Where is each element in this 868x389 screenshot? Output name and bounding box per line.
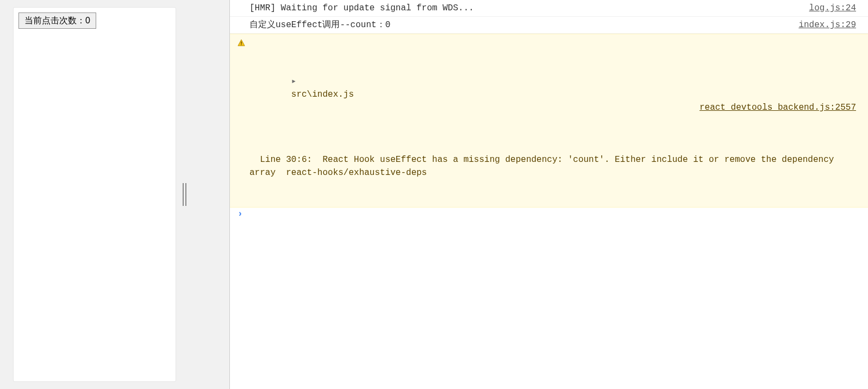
- console-row[interactable]: [HMR] Waiting for update signal from WDS…: [230, 0, 868, 17]
- chevron-right-icon: ›: [238, 209, 243, 219]
- console-source-link[interactable]: index.js:29: [798, 18, 856, 32]
- pane-splitter[interactable]: [182, 183, 187, 206]
- svg-rect-0: [241, 41, 241, 43]
- warning-message: Line 30:6: React Hook useEffect has a mi…: [249, 153, 856, 179]
- console-warning-row[interactable]: ▸ src\index.js react_devtools_backend.js…: [230, 34, 868, 208]
- console-message: [HMR] Waiting for update signal from WDS…: [249, 2, 798, 15]
- console-source-link[interactable]: log.js:24: [809, 2, 856, 15]
- devtools-console: [HMR] Waiting for update signal from WDS…: [229, 0, 868, 389]
- click-count-button[interactable]: 当前点击次数：0: [18, 12, 96, 29]
- console-input-row[interactable]: ›: [230, 208, 868, 221]
- console-input[interactable]: [248, 209, 856, 219]
- disclosure-triangle-icon[interactable]: ▸: [291, 77, 297, 86]
- page-preview-pane: 当前点击次数：0: [0, 0, 229, 389]
- warning-file: src\index.js: [291, 90, 354, 99]
- svg-rect-1: [241, 45, 241, 45]
- app-root-card: 当前点击次数：0: [13, 7, 176, 382]
- console-source-link[interactable]: react_devtools_backend.js:2557: [700, 101, 856, 114]
- console-message: 自定义useEffect调用--count：0: [249, 18, 788, 32]
- warning-icon: [238, 38, 245, 46]
- console-row[interactable]: 自定义useEffect调用--count：0 index.js:29: [230, 17, 868, 34]
